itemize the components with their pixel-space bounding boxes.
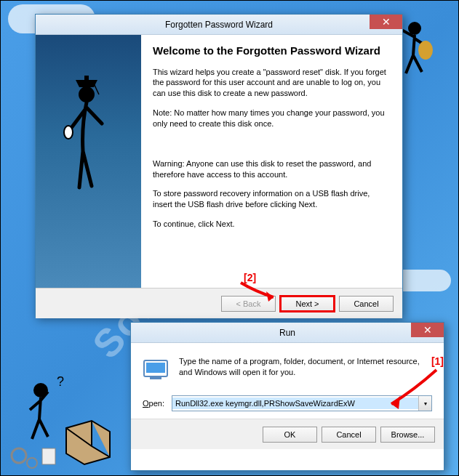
wizard-sidebar bbox=[36, 35, 141, 288]
svg-point-9 bbox=[79, 86, 95, 102]
run-footer: OK Cancel Browse... bbox=[131, 419, 444, 449]
svg-point-10 bbox=[64, 126, 73, 139]
svg-point-5 bbox=[27, 458, 37, 468]
svg-rect-6 bbox=[42, 448, 55, 464]
close-icon[interactable]: ✕ bbox=[370, 15, 402, 29]
run-title: Run bbox=[279, 328, 295, 338]
ok-button[interactable]: OK bbox=[263, 427, 317, 443]
thinker-figure: ? bbox=[4, 370, 121, 472]
back-button: < Back bbox=[221, 296, 276, 312]
wizard-content: Welcome to the Forgotten Password Wizard… bbox=[141, 35, 402, 288]
open-combobox[interactable]: ▾ bbox=[172, 395, 432, 411]
close-icon[interactable]: ✕ bbox=[411, 323, 444, 337]
scholar-icon bbox=[54, 71, 119, 202]
svg-rect-7 bbox=[84, 76, 89, 80]
browse-button[interactable]: Browse... bbox=[380, 427, 435, 443]
wizard-text: This wizard helps you create a "password… bbox=[153, 67, 391, 100]
wizard-text: Warning: Anyone can use this disk to res… bbox=[153, 158, 391, 180]
svg-line-8 bbox=[94, 84, 99, 94]
cancel-button[interactable]: Cancel bbox=[339, 296, 394, 312]
svg-rect-12 bbox=[146, 363, 165, 373]
wizard-text: To continue, click Next. bbox=[153, 219, 391, 230]
wizard-heading: Welcome to the Forgotten Password Wizard bbox=[153, 44, 391, 58]
run-description: Type the name of a program, folder, docu… bbox=[179, 356, 432, 382]
run-titlebar[interactable]: Run ✕ bbox=[131, 323, 444, 343]
svg-point-4 bbox=[12, 448, 26, 463]
wizard-titlebar[interactable]: Forgotten Password Wizard ✕ bbox=[36, 15, 402, 35]
wizard-footer: < Back Next > Cancel bbox=[36, 288, 402, 318]
svg-rect-13 bbox=[150, 376, 161, 379]
run-program-icon bbox=[143, 356, 169, 382]
wizard-title: Forgotten Password Wizard bbox=[165, 20, 273, 30]
cancel-button[interactable]: Cancel bbox=[322, 427, 376, 443]
open-input[interactable] bbox=[172, 398, 418, 409]
chevron-down-icon[interactable]: ▾ bbox=[418, 396, 431, 411]
wizard-text: Note: No matter how many times you chang… bbox=[153, 108, 391, 129]
run-dialog: Run ✕ Type the name of a program, folder… bbox=[130, 322, 444, 471]
svg-text:?: ? bbox=[57, 374, 64, 389]
svg-point-1 bbox=[418, 41, 433, 60]
next-button[interactable]: Next > bbox=[280, 296, 335, 312]
wizard-text: To store password recovery information o… bbox=[153, 188, 391, 210]
open-label: Open: bbox=[143, 399, 164, 408]
forgotten-password-wizard-dialog: Forgotten Password Wizard ✕ Welcome to t… bbox=[35, 14, 403, 318]
